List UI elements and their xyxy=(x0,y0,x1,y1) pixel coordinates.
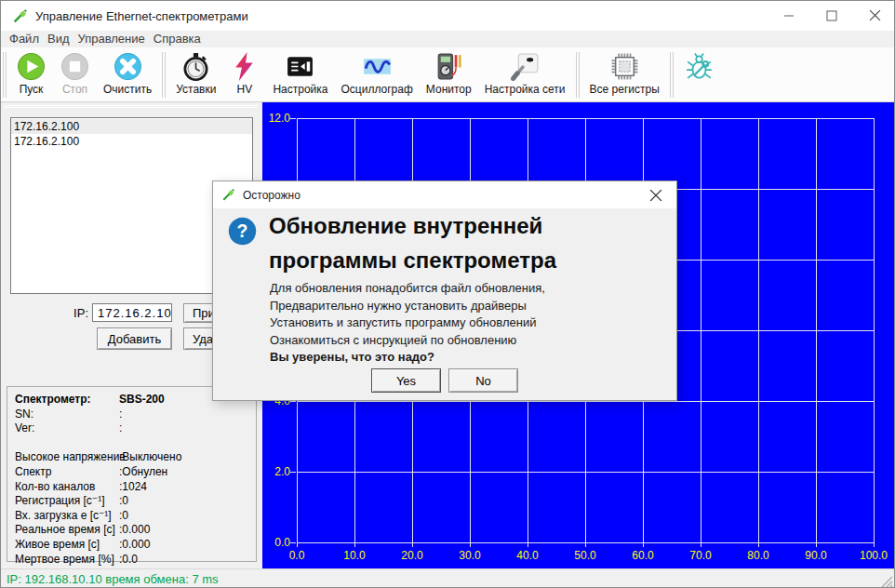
x-axis-tick-label: 50.0 xyxy=(565,549,606,562)
minimize-button[interactable] xyxy=(768,1,810,30)
stop-button[interactable]: Стоп xyxy=(53,49,97,100)
info-label: Реальное время [с] xyxy=(15,523,119,538)
y-axis-tick-label: 12.0 xyxy=(262,112,290,125)
x-axis-tick-label: 100.0 xyxy=(853,549,894,562)
chart-tick-y xyxy=(290,472,296,473)
menu-help[interactable]: Справка xyxy=(154,32,209,47)
toolbar-button-label: Монитор xyxy=(426,84,472,96)
info-label: Регистрация [c⁻¹] xyxy=(15,494,119,509)
stopwatch-icon xyxy=(180,51,211,82)
x-axis-tick-label: 80.0 xyxy=(738,549,779,562)
x-axis-tick-label: 20.0 xyxy=(392,549,433,562)
close-icon xyxy=(869,9,881,21)
info-label: Кол-во каналов xyxy=(15,480,119,495)
minimize-icon xyxy=(783,10,795,21)
info-row: Мертвое время [%]:0.0 xyxy=(15,553,256,568)
toolbar-button-label: Пуск xyxy=(20,84,44,96)
close-button[interactable] xyxy=(853,1,895,30)
dialog-text-line: Установить и запустить программу обновле… xyxy=(270,314,545,332)
ip-input[interactable] xyxy=(92,303,172,322)
chart-gridline-horizontal xyxy=(297,118,874,119)
menu-control[interactable]: Управление xyxy=(78,32,154,47)
clear-icon xyxy=(113,51,143,82)
app-wand-icon xyxy=(12,8,28,24)
toolbar-button-label: Все регистры xyxy=(590,84,660,96)
resize-grip-icon[interactable] xyxy=(879,574,893,588)
toolbar-separator xyxy=(162,52,166,98)
info-label: Ver: xyxy=(15,421,119,436)
info-value: :0 xyxy=(119,494,128,509)
status-bar: IP: 192.168.10.10 время обмена: 7 ms xyxy=(1,568,894,588)
toolbar-button-label: Настройка сети xyxy=(485,84,566,96)
info-label xyxy=(15,436,119,451)
toolbar-button-label: Настройка xyxy=(273,84,327,96)
chart-gridline-horizontal xyxy=(297,542,874,543)
info-label: SN: xyxy=(15,408,119,422)
maximize-button[interactable] xyxy=(810,1,853,30)
chart-tick-x xyxy=(874,542,875,547)
info-row: Регистрация [c⁻¹]:0 xyxy=(15,494,256,509)
debug-button[interactable] xyxy=(677,49,721,100)
dialog-close-button[interactable] xyxy=(635,181,676,208)
spectrometer-info-box: Спектрометр:SBS-200SN::Ver::Высокое напр… xyxy=(7,386,257,562)
menu-view[interactable]: Вид xyxy=(47,32,78,47)
x-axis-tick-label: 60.0 xyxy=(622,549,663,562)
info-value: :0.000 xyxy=(119,523,150,538)
x-axis-tick-label: 10.0 xyxy=(334,549,375,562)
clear-button[interactable]: Очистить xyxy=(97,49,158,100)
toolbar-button-label: Очистить xyxy=(103,84,152,96)
info-row: Кол-во каналов:1024 xyxy=(15,480,256,495)
settings-button[interactable]: Настройка xyxy=(266,49,334,100)
chart-tick-y xyxy=(290,118,296,119)
settings-icon xyxy=(285,51,315,82)
info-value: :0 xyxy=(119,509,128,524)
hv-button[interactable]: HV xyxy=(222,49,266,100)
no-button[interactable]: No xyxy=(448,368,518,393)
panel-grip xyxy=(4,105,258,109)
y-axis-tick-label: 2.0 xyxy=(262,465,290,478)
chart-gridline-vertical xyxy=(874,118,875,542)
chart-tick-y xyxy=(290,542,296,543)
bug-wrench-icon xyxy=(684,51,715,82)
info-value: :Выключено xyxy=(119,450,181,465)
network-plug-icon xyxy=(510,51,541,82)
x-axis-tick-label: 30.0 xyxy=(449,549,490,562)
oscilloscope-button[interactable]: Осциллограф xyxy=(335,49,420,100)
dialog-title-bar: Осторожно xyxy=(213,181,676,208)
chart-tick-y xyxy=(290,401,296,402)
start-button[interactable]: Пуск xyxy=(9,49,53,100)
x-axis-tick-label: 40.0 xyxy=(507,549,548,562)
info-label: Спектр xyxy=(15,465,119,480)
toolbar-grip xyxy=(3,52,7,98)
info-label: Высокое напряжение xyxy=(15,450,119,465)
multimeter-icon xyxy=(434,51,464,82)
list-item[interactable]: 172.16.2.100 xyxy=(11,119,252,134)
yes-button[interactable]: Yes xyxy=(371,368,441,393)
info-value: : xyxy=(119,408,122,422)
x-axis-tick-label: 0.0 xyxy=(276,549,317,562)
dialog-heading: Обновление внутренней программы спектром… xyxy=(269,208,599,277)
warning-dialog: Осторожно ? Обновление внутренней програ… xyxy=(212,180,677,401)
all-registers-button[interactable]: Все регистры xyxy=(583,49,666,100)
dialog-text-line: Предварительно нужно установить драйверы xyxy=(270,298,545,315)
svg-text:?: ? xyxy=(237,220,248,241)
info-row: Реальное время [с]:0.000 xyxy=(15,523,256,538)
menu-file[interactable]: Файл xyxy=(9,32,47,47)
dialog-body-text: Для обновления понадобится файл обновлен… xyxy=(270,280,545,367)
chip-icon xyxy=(609,51,640,82)
network-settings-button[interactable]: Настройка сети xyxy=(478,49,572,100)
toolbar-button-label: Уставки xyxy=(176,84,216,96)
setpoints-button[interactable]: Уставки xyxy=(169,49,222,100)
monitor-button[interactable]: Монитор xyxy=(420,49,478,100)
list-item[interactable]: 172.16.2.100 xyxy=(11,134,252,149)
info-row: Высокое напряжение:Выключено xyxy=(15,450,256,465)
app-window: { "window": { "title": "Управление Ether… xyxy=(0,0,895,588)
info-row: Ver:: xyxy=(15,421,256,436)
info-value: :0.0 xyxy=(119,553,138,568)
add-button[interactable]: Добавить xyxy=(97,327,172,350)
dialog-text-line: Ознакомиться с инсрукцией по обновлению xyxy=(270,332,545,350)
info-label: Живое время [с] xyxy=(15,538,119,553)
toolbar: ПускСтопОчиститьУставкиHVНастройкаОсцилл… xyxy=(1,47,894,102)
toolbar-separator xyxy=(670,52,674,98)
info-label: Мертвое время [%] xyxy=(15,553,119,568)
